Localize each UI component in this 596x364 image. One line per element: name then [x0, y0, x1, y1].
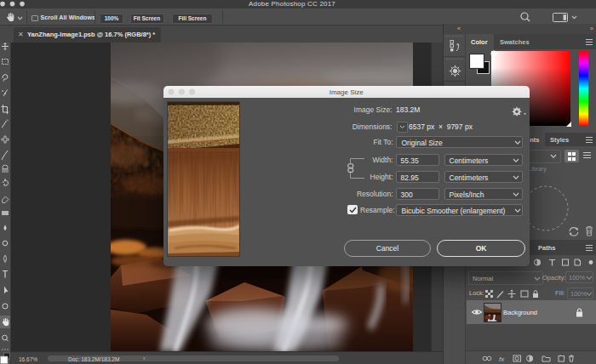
- svg-text:fx: fx: [499, 355, 505, 363]
